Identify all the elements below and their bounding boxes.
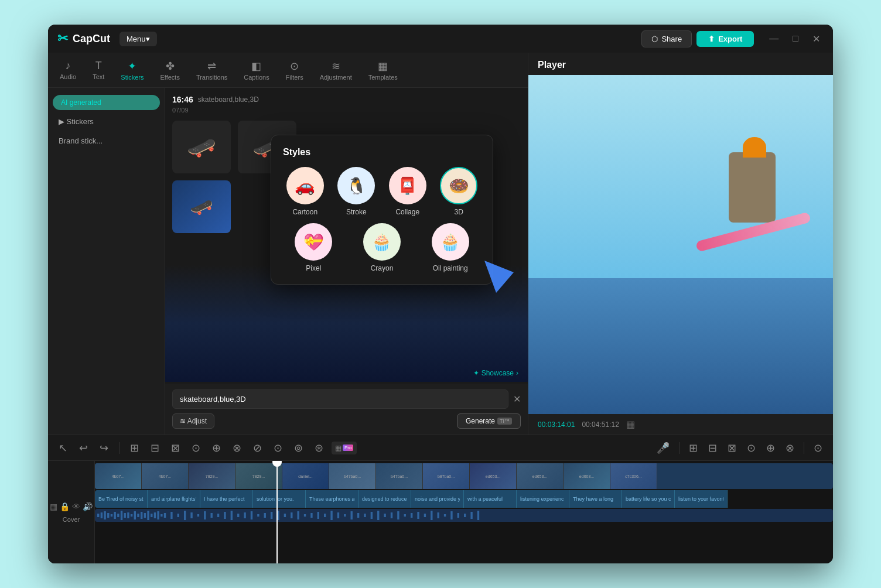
svg-rect-10	[127, 512, 129, 518]
lock-icon[interactable]: 🔒	[60, 502, 70, 511]
effects-icon: ✤	[166, 60, 175, 73]
settings-button[interactable]: ⊗	[782, 439, 798, 457]
copy-button[interactable]: ⊙	[743, 439, 759, 457]
undo-button[interactable]: ↩	[76, 439, 91, 457]
tool-transitions[interactable]: ⇌ Transitions	[189, 56, 234, 84]
stroke-icon: 🐧	[337, 167, 375, 204]
tool-audio[interactable]: ♪ Audio	[53, 56, 83, 84]
generate-button[interactable]: Generate TI™	[457, 413, 521, 429]
tool-captions[interactable]: ◧ Captions	[237, 56, 276, 84]
thumb-12: c7c306...	[610, 463, 657, 489]
stickers-icon: ✦	[128, 60, 136, 73]
pro-badge: TI™	[497, 418, 512, 425]
svg-rect-49	[351, 511, 353, 519]
at-4: solution for you.	[253, 490, 306, 508]
share-button[interactable]: ⬡ Share	[641, 30, 692, 47]
svg-marker-0	[484, 261, 514, 293]
tool-stickers[interactable]: ✦ Stickers	[114, 56, 151, 84]
style-pixel[interactable]: 💝 Pixel	[283, 223, 344, 272]
svg-rect-21	[164, 513, 166, 518]
paste-button[interactable]: ⊕	[763, 439, 778, 457]
tool-effects[interactable]: ✤ Effects	[153, 56, 186, 84]
timeline-settings-button[interactable]: ⊙	[810, 439, 826, 457]
zoom-out-button[interactable]: ⊠	[724, 439, 740, 457]
grid-view-icon[interactable]: ▦	[626, 419, 635, 430]
redo-button[interactable]: ↪	[96, 439, 112, 457]
pro-tools-button[interactable]: ▦ Pro	[332, 442, 357, 454]
clear-input-button[interactable]: ✕	[513, 394, 521, 405]
sidebar-item-stickers[interactable]: ▶ Stickers	[53, 114, 160, 129]
style-crayon[interactable]: 🧁 Crayon	[351, 223, 413, 272]
delete-button[interactable]: ⊠	[168, 439, 183, 457]
crop-button[interactable]: ⊙	[188, 439, 204, 457]
flip-button[interactable]: ⊚	[291, 439, 306, 457]
add-button[interactable]: ⊕	[209, 439, 224, 457]
input-row: ✕	[172, 389, 521, 409]
menu-button[interactable]: Menu▾	[119, 32, 157, 46]
ai-generated-tab[interactable]: AI generated	[53, 95, 160, 110]
track-icons: ▦ 🔒 👁 🔊	[50, 502, 93, 511]
sticker-input[interactable]	[172, 389, 508, 409]
sidebar-item-brand[interactable]: Brand stick...	[53, 133, 160, 149]
thumbnail-icon[interactable]: ▦	[50, 502, 57, 511]
export-icon: ⬆	[708, 35, 715, 43]
showcase-arrow-icon: ›	[516, 369, 518, 377]
at-2: and airplane flights?	[148, 490, 200, 508]
style-3d[interactable]: 🍩 3D	[437, 167, 482, 216]
minimize-button[interactable]: —	[766, 32, 782, 46]
adjust-button[interactable]: ≋ Adjust	[172, 413, 214, 429]
trim-button[interactable]: ⊟	[147, 439, 163, 457]
at-10: They have a long	[569, 490, 622, 508]
select-tool-button[interactable]: ↖	[55, 439, 71, 457]
sticker-item-3[interactable]: 🛹	[172, 180, 231, 233]
style-cartoon[interactable]: 🚗 Cartoon	[283, 167, 327, 216]
remove-button[interactable]: ⊗	[229, 439, 245, 457]
waveform-svg	[97, 510, 831, 521]
at-9: listening experienc	[517, 490, 569, 508]
style-stroke[interactable]: 🐧 Stroke	[334, 167, 379, 216]
svg-rect-67	[470, 512, 472, 519]
svg-rect-41	[297, 511, 299, 519]
svg-rect-59	[417, 512, 419, 519]
zoom-in-button[interactable]: ⊞	[685, 439, 701, 457]
split-button[interactable]: ⊞	[127, 439, 142, 457]
style-collage[interactable]: 📮 Collage	[385, 167, 430, 216]
svg-rect-43	[310, 513, 312, 518]
pixel-icon: 💝	[295, 223, 332, 261]
style-oil-painting[interactable]: 🧁 Oil painting	[419, 223, 481, 272]
tool-text[interactable]: T Text	[86, 56, 111, 84]
playhead	[276, 461, 278, 563]
sidebar: AI generated ▶ Stickers Brand stick...	[48, 88, 165, 435]
svg-rect-40	[291, 512, 292, 518]
showcase-hint[interactable]: ✦ Showcase ›	[473, 369, 518, 377]
styles-title: Styles	[283, 147, 481, 158]
title-bar: ✂ CapCut Menu▾ ⬡ Share ⬆ Export — □ ✕	[48, 25, 833, 53]
close-button[interactable]: ✕	[809, 32, 824, 46]
svg-rect-54	[384, 514, 385, 517]
transform-button[interactable]: ⊛	[311, 439, 327, 457]
maximize-button[interactable]: □	[789, 32, 802, 46]
loop-button[interactable]: ⊙	[270, 439, 286, 457]
app-window: ✂ CapCut Menu▾ ⬡ Share ⬆ Export — □ ✕	[48, 25, 833, 563]
player-video	[528, 75, 833, 414]
3d-label: 3D	[455, 208, 463, 216]
media-time: 16:46	[172, 95, 193, 104]
title-bar-right: ⬡ Share ⬆ Export — □ ✕	[641, 30, 824, 47]
collage-icon: 📮	[389, 167, 426, 204]
export-button[interactable]: ⬆ Export	[696, 31, 754, 47]
mic-button[interactable]: 🎤	[653, 439, 673, 457]
content-area: AI generated ▶ Stickers Brand stick... 1…	[48, 88, 528, 435]
volume-icon[interactable]: 🔊	[83, 502, 93, 511]
fit-button[interactable]: ⊟	[705, 439, 720, 457]
media-header: 16:46 skateboard,blue,3D	[172, 95, 521, 104]
player-title: Player	[538, 60, 566, 70]
sticker-item-1[interactable]: 🛹	[172, 121, 231, 173]
tool-templates[interactable]: ▦ Templates	[361, 56, 405, 84]
mute-button[interactable]: ⊘	[250, 439, 265, 457]
svg-rect-12	[134, 511, 136, 519]
svg-rect-68	[477, 511, 479, 520]
tool-adjustment[interactable]: ≋ Adjustment	[313, 56, 359, 84]
eye-icon[interactable]: 👁	[72, 502, 80, 511]
thumb-7: b47ba0...	[376, 463, 423, 489]
tool-filters[interactable]: ⊙ Filters	[279, 56, 310, 84]
